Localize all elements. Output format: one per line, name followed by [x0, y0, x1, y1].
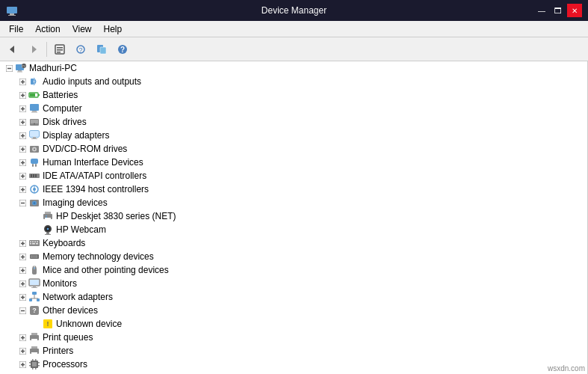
svg-rect-69 — [35, 174, 37, 177]
help-button[interactable]: ? — [113, 40, 132, 58]
tree-item-audio[interactable]: Audio inputs and outputs — [0, 75, 587, 88]
svg-rect-83 — [45, 218, 51, 221]
collapse-button[interactable] — [16, 304, 28, 316]
tree-item-monitors[interactable]: Monitors — [0, 277, 587, 290]
unknown-icon: ! — [42, 318, 54, 330]
expand-button[interactable] — [16, 156, 28, 168]
properties-icon — [54, 43, 66, 55]
svg-rect-31 — [30, 94, 35, 96]
minimize-button[interactable]: — — [534, 4, 549, 17]
tree-item-unknown[interactable]: !Unknown device — [0, 317, 587, 331]
svg-rect-19 — [17, 72, 22, 73]
tree-item-ide[interactable]: IDE ATA/ATAPI controllers — [0, 169, 587, 183]
svg-rect-48 — [30, 131, 39, 137]
forward-button[interactable] — [24, 40, 43, 58]
tree-label-hid: Human Interface Devices — [43, 157, 143, 168]
svg-rect-85 — [46, 217, 47, 218]
tree-item-madhuri-pc[interactable]: PCMadhuri-PC — [0, 61, 587, 75]
svg-point-88 — [47, 228, 49, 230]
tree-item-hpwebcam[interactable]: HP Webcam — [0, 223, 587, 236]
close-button[interactable]: ✕ — [567, 4, 582, 17]
menu-action[interactable]: Action — [29, 22, 66, 36]
svg-rect-156 — [38, 362, 40, 364]
svg-rect-119 — [30, 280, 39, 285]
expand-placeholder — [30, 224, 42, 236]
expand-button[interactable] — [16, 251, 28, 263]
tree-item-batteries[interactable]: Batteries — [0, 88, 587, 102]
tree-item-hp3830[interactable]: HP Deskjet 3830 series (NET) — [0, 209, 587, 223]
back-button[interactable] — [3, 40, 22, 58]
expand-button[interactable] — [16, 278, 28, 289]
keyboard-icon — [28, 237, 40, 249]
device-tree[interactable]: PCMadhuri-PCAudio inputs and outputsBatt… — [0, 61, 588, 374]
tree-item-printqueues[interactable]: Print queues — [0, 331, 587, 344]
collapse-button[interactable] — [3, 62, 15, 74]
menu-view[interactable]: View — [66, 22, 98, 36]
svg-rect-160 — [32, 368, 34, 370]
mouse-icon — [28, 264, 40, 276]
other-icon: ? — [28, 304, 40, 316]
expand-button[interactable] — [16, 331, 28, 343]
tree-label-imaging: Imaging devices — [43, 197, 108, 208]
tree-item-diskdrives[interactable]: Disk drives — [0, 115, 587, 129]
tree-item-memtech[interactable]: Memory technology devices — [0, 250, 587, 263]
tree-item-printers[interactable]: Printers — [0, 344, 587, 358]
imaging-icon — [28, 197, 40, 209]
tree-item-dvd[interactable]: DVD/CD-ROM drives — [0, 142, 587, 156]
tree-label-batteries: Batteries — [43, 90, 78, 100]
expand-button[interactable] — [16, 102, 28, 114]
menu-help[interactable]: Help — [98, 22, 129, 36]
tree-item-ieee1394[interactable]: IEEE 1394 host controllers — [0, 183, 587, 196]
expand-button[interactable] — [16, 183, 28, 195]
svg-point-56 — [34, 149, 35, 150]
app-icon — [6, 4, 18, 16]
svg-rect-62 — [35, 164, 37, 167]
toolbar-sep-1 — [46, 42, 47, 57]
svg-rect-82 — [45, 212, 51, 214]
expand-button[interactable] — [16, 291, 28, 303]
expand-button[interactable] — [16, 237, 28, 249]
scan-changes-button[interactable] — [92, 40, 111, 58]
svg-rect-109 — [37, 255, 38, 258]
expand-button[interactable] — [16, 76, 28, 88]
tree-item-display[interactable]: Display adapters — [0, 129, 587, 142]
expand-button[interactable] — [16, 345, 28, 357]
tree-label-keyboards: Keyboards — [43, 238, 85, 248]
tree-item-keyboards[interactable]: Keyboards — [0, 236, 587, 250]
svg-rect-107 — [33, 255, 34, 258]
expand-button[interactable] — [16, 358, 28, 370]
tree-item-other[interactable]: ?Other devices — [0, 304, 587, 317]
expand-button[interactable] — [16, 116, 28, 128]
tree-item-computer[interactable]: Computer — [0, 102, 587, 115]
tree-item-network[interactable]: Network adapters — [0, 290, 587, 304]
ieee-icon — [28, 183, 40, 195]
update-driver-button[interactable]: ? — [71, 40, 90, 58]
properties-button[interactable] — [50, 40, 69, 58]
tree-item-hid[interactable]: Human Interface Devices — [0, 156, 587, 169]
expand-button[interactable] — [16, 143, 28, 155]
tree-item-imaging[interactable]: Imaging devices — [0, 196, 587, 209]
maximize-button[interactable]: 🗖 — [551, 4, 566, 17]
menu-file[interactable]: File — [3, 22, 29, 36]
svg-marker-4 — [32, 46, 37, 53]
svg-rect-84 — [46, 215, 47, 216]
svg-rect-98 — [37, 242, 38, 243]
collapse-button[interactable] — [16, 197, 28, 209]
svg-rect-60 — [31, 159, 38, 164]
svg-rect-106 — [31, 255, 32, 258]
expand-button[interactable] — [16, 264, 28, 276]
svg-rect-127 — [37, 298, 40, 301]
svg-rect-121 — [31, 287, 37, 288]
help-icon: ? — [117, 43, 129, 55]
svg-rect-142 — [31, 339, 37, 341]
svg-text:PC: PC — [22, 64, 26, 68]
expand-button[interactable] — [16, 89, 28, 101]
expand-button[interactable] — [16, 170, 28, 182]
tree-item-processors[interactable]: Processors — [0, 358, 587, 371]
expand-button[interactable] — [16, 129, 28, 141]
svg-rect-35 — [30, 104, 39, 111]
svg-marker-3 — [10, 46, 14, 53]
svg-rect-148 — [31, 352, 37, 355]
tree-item-mice[interactable]: Mice and other pointing devices — [0, 263, 587, 277]
svg-rect-7 — [57, 49, 63, 51]
